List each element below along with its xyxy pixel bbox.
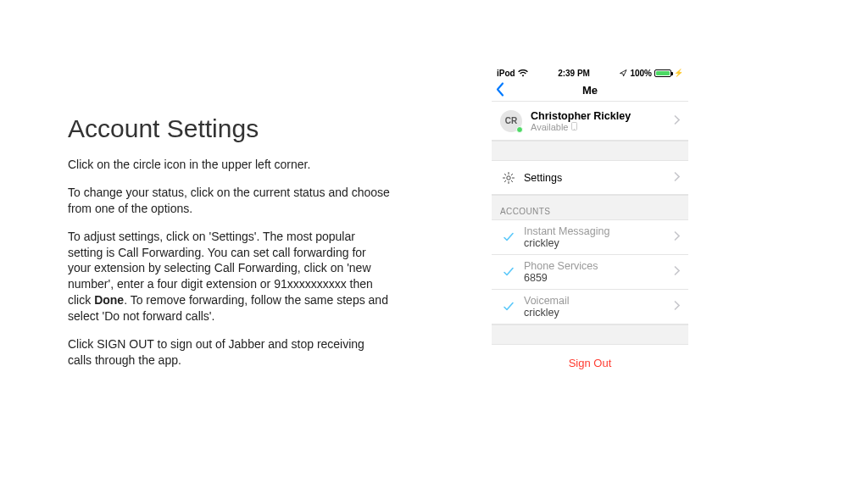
- account-row-phone[interactable]: Phone Services 6859: [492, 255, 688, 290]
- gear-icon: [500, 171, 517, 185]
- status-bar: iPod 2:39 PM 100% ⚡: [492, 66, 688, 80]
- sign-out-label: Sign Out: [569, 357, 612, 369]
- profile-status-text: Available: [531, 122, 568, 132]
- account-title: Phone Services: [524, 260, 598, 272]
- chevron-right-icon: [673, 171, 680, 184]
- chevron-right-icon: [673, 301, 680, 313]
- profile-row[interactable]: CR Christopher Rickley Available: [492, 102, 688, 141]
- doc-p3-bold: Done: [94, 293, 124, 307]
- chevron-right-icon: [673, 114, 680, 127]
- accounts-header-text: ACCOUNTS: [500, 207, 550, 216]
- account-row-im[interactable]: Instant Messaging crickley: [492, 220, 688, 255]
- phone-screenshot: iPod 2:39 PM 100% ⚡ Me CR Christopher Ri…: [492, 66, 688, 488]
- doc-paragraph-4: Click SIGN OUT to sign out of Jabber and…: [68, 336, 390, 369]
- account-title: Voicemail: [524, 295, 570, 307]
- avatar-initials: CR: [505, 116, 517, 125]
- device-label: iPod: [497, 69, 515, 78]
- profile-status: Available: [531, 122, 631, 132]
- status-bar-left: iPod: [497, 69, 528, 78]
- doc-paragraph-3: To adjust settings, click on 'Settings'.…: [68, 229, 390, 324]
- chevron-right-icon: [673, 266, 680, 279]
- doc-title: Account Settings: [68, 114, 390, 143]
- back-button[interactable]: [495, 81, 505, 99]
- nav-title: Me: [582, 84, 598, 97]
- wifi-icon: [518, 69, 528, 77]
- account-sub: crickley: [524, 307, 570, 319]
- doc-paragraph-2: To change your status, click on the curr…: [68, 185, 390, 217]
- accounts-section-header: ACCOUNTS: [492, 195, 688, 220]
- account-row-voicemail[interactable]: Voicemail crickley: [492, 290, 688, 324]
- checkmark-icon: [500, 300, 517, 313]
- chevron-right-icon: [673, 231, 680, 244]
- device-indicator-icon: [571, 122, 577, 132]
- battery-percent: 100%: [630, 69, 652, 78]
- checkmark-icon: [500, 265, 517, 279]
- status-bar-right: 100% ⚡: [620, 69, 683, 78]
- settings-label: Settings: [524, 172, 562, 184]
- avatar: CR: [500, 110, 522, 132]
- section-gap: [492, 324, 688, 345]
- nav-bar: Me: [492, 80, 688, 102]
- presence-dot-icon: [516, 126, 523, 133]
- location-icon: [620, 69, 627, 77]
- checkmark-icon: [500, 230, 517, 244]
- account-sub: crickley: [524, 237, 609, 249]
- section-gap: [492, 141, 688, 161]
- svg-point-2: [507, 175, 510, 179]
- status-bar-time: 2:39 PM: [558, 69, 590, 78]
- account-sub: 6859: [524, 272, 598, 284]
- doc-panel: Account Settings Click on the circle ico…: [68, 114, 390, 380]
- charging-icon: ⚡: [674, 69, 683, 77]
- profile-name: Christopher Rickley: [531, 110, 631, 122]
- svg-point-1: [574, 128, 575, 129]
- sign-out-button[interactable]: Sign Out: [492, 345, 688, 380]
- battery-icon: [654, 69, 671, 77]
- doc-paragraph-1: Click on the circle icon in the upper le…: [68, 157, 390, 173]
- account-title: Instant Messaging: [524, 225, 609, 237]
- settings-row[interactable]: Settings: [492, 161, 688, 195]
